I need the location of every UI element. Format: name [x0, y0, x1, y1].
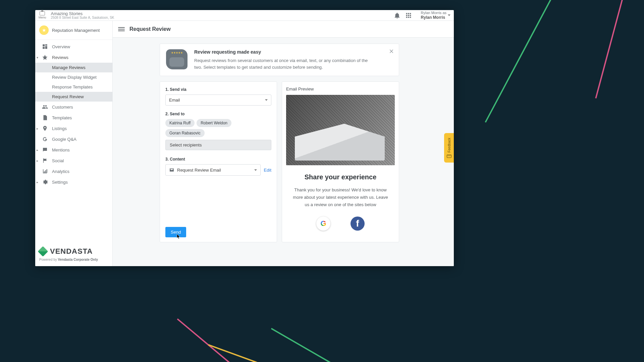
feedback-label: Feedback	[447, 138, 451, 153]
step2-label: 2. Send to	[165, 112, 271, 116]
intro-card: Review requesting made easy Request revi…	[160, 44, 399, 76]
request-form-card: 1. Send via Email 2. Send to Katrina Ruf…	[160, 81, 277, 242]
google-icon	[42, 136, 48, 142]
send-via-value: Email	[169, 98, 180, 103]
chat-icon	[42, 147, 48, 153]
decor-line	[177, 318, 281, 362]
global-menu-label: Menu	[39, 16, 46, 19]
decor-line	[271, 328, 388, 362]
business-name: Amazing Stories	[51, 11, 114, 16]
sidebar-item-templates[interactable]: Templates	[35, 112, 112, 123]
chevron-right-icon: ▸	[37, 180, 38, 184]
star-icon	[42, 54, 48, 60]
global-menu-button[interactable]: Menu	[39, 11, 46, 19]
sidebar-item-review-display-widget[interactable]: Review Display Widget	[35, 72, 112, 82]
business-address: 2508 8 Street East Suite A, Saskatoon, S…	[51, 16, 114, 19]
mail-icon	[169, 167, 174, 173]
sidebar-item-customers[interactable]: Customers	[35, 102, 112, 112]
feedback-tab[interactable]: Feedback	[444, 133, 454, 163]
sidebar-item-settings[interactable]: ▸ Settings	[35, 177, 112, 187]
sidebar-item-response-templates[interactable]: Response Templates	[35, 82, 112, 92]
send-via-select[interactable]: Email	[165, 95, 271, 106]
step3-label: 3. Content	[165, 157, 271, 162]
powered-by-company: Vendasta Corporate Only	[58, 258, 98, 261]
sidebar-item-reviews[interactable]: ▾ Reviews	[35, 52, 112, 63]
facebook-review-button[interactable]: f	[351, 217, 365, 231]
email-preview-card: Email Preview Share your experience Than…	[282, 81, 399, 242]
recipient-chip[interactable]: Goran Rabasovic	[165, 129, 205, 137]
people-icon	[42, 104, 48, 110]
apps-grid-icon[interactable]	[405, 12, 412, 19]
select-recipients-button[interactable]: Select recipients	[165, 140, 271, 150]
intro-illustration	[166, 49, 187, 69]
powered-by-label: Powered by	[39, 258, 58, 261]
decor-line	[208, 344, 303, 362]
sidebar-item-mentions[interactable]: ▸ Mentions	[35, 144, 112, 155]
google-review-button[interactable]: G	[316, 217, 330, 231]
star-icon	[39, 25, 49, 35]
close-intro-button[interactable]	[389, 49, 394, 55]
app-window: Menu Amazing Stories 2508 8 Street East …	[35, 10, 454, 266]
edit-template-link[interactable]: Edit	[264, 168, 271, 173]
sidebar-product-header[interactable]: Reputation Management	[35, 21, 112, 40]
sidebar-item-analytics[interactable]: Analytics	[35, 166, 112, 177]
sidebar-footer-brand: VENDASTA Powered by Vendasta Corporate O…	[35, 242, 112, 266]
pin-icon	[42, 125, 48, 131]
notifications-icon[interactable]	[393, 12, 401, 19]
chevron-down-icon	[448, 14, 450, 16]
step1-label: 1. Send via	[165, 87, 271, 92]
document-icon	[42, 115, 48, 121]
main-header: Request Review	[113, 21, 454, 38]
dashboard-icon	[42, 44, 48, 50]
topbar: Menu Amazing Stories 2508 8 Street East …	[35, 10, 454, 21]
decor-line	[485, 0, 580, 123]
sidebar: Reputation Management Overview ▾ Reviews…	[35, 21, 113, 266]
content-template-value: Request Review Email	[177, 168, 221, 173]
recipient-chip[interactable]: Robert Weldon	[197, 119, 231, 127]
gear-icon	[42, 179, 48, 185]
sidebar-item-listings[interactable]: ▸ Listings	[35, 123, 112, 134]
content-template-select[interactable]: Request Review Email	[165, 164, 261, 176]
page-title: Request Review	[129, 26, 171, 32]
preview-body: Thank you for your business! We'd love t…	[286, 186, 395, 208]
product-title: Reputation Management	[52, 28, 100, 33]
chevron-right-icon: ▸	[37, 159, 38, 163]
decor-line	[595, 0, 631, 99]
sidebar-item-google-qa[interactable]: Google Q&A	[35, 134, 112, 144]
preview-hero-image	[286, 95, 395, 165]
sidebar-item-social[interactable]: ▸ Social	[35, 155, 112, 166]
sidebar-item-overview[interactable]: Overview	[35, 41, 112, 52]
vendasta-wordmark: VENDASTA	[50, 247, 93, 256]
chevron-down-icon	[265, 99, 268, 101]
preview-headline: Share your experience	[286, 173, 395, 181]
user-menu[interactable]: Rylan Morris as Rylan Morris	[421, 11, 450, 20]
user-as-label: Rylan Morris as	[421, 11, 446, 15]
send-button[interactable]: Send	[165, 227, 186, 237]
chevron-down-icon: ▾	[37, 56, 38, 59]
chevron-down-icon	[254, 169, 257, 171]
hamburger-icon[interactable]	[118, 26, 125, 32]
close-icon	[389, 49, 394, 54]
sidebar-item-request-review[interactable]: Request Review	[35, 92, 112, 102]
sidebar-item-manage-reviews[interactable]: Manage Reviews	[35, 63, 112, 72]
vendasta-logo-icon	[38, 246, 48, 256]
chevron-right-icon: ▸	[37, 148, 38, 152]
recipient-chip[interactable]: Katrina Ruff	[165, 119, 195, 127]
intro-title: Review requesting made easy	[194, 49, 375, 55]
intro-body: Request reviews from several customers a…	[194, 57, 375, 70]
user-name: Rylan Morris	[421, 15, 446, 20]
chart-icon	[42, 168, 48, 174]
main-panel: Request Review Review requesting made ea…	[113, 21, 454, 266]
preview-header: Email Preview	[286, 86, 395, 95]
chevron-right-icon: ▸	[37, 127, 38, 130]
mail-icon	[447, 155, 451, 158]
flag-icon	[42, 158, 48, 164]
